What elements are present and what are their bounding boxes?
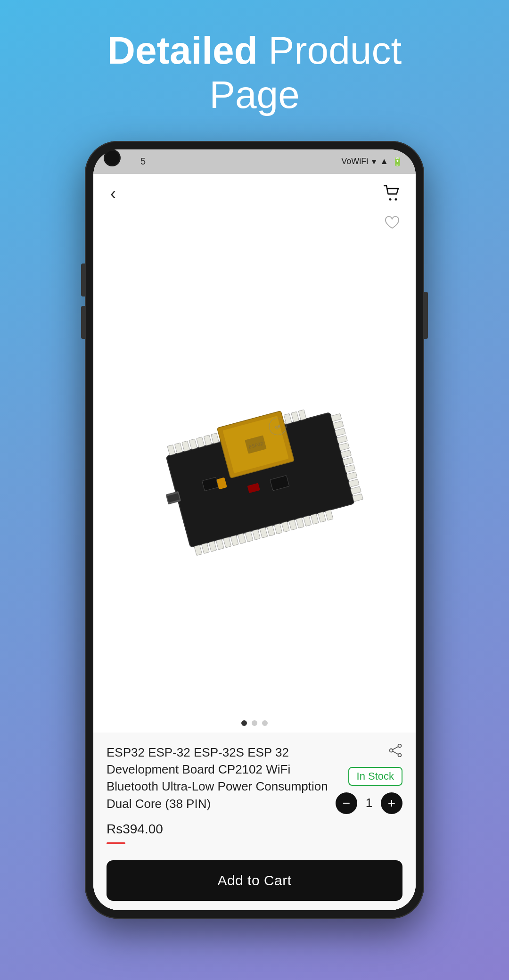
image-indicators [93,714,416,733]
svg-rect-50 [343,457,353,465]
product-price: Rs394.00 [107,822,402,837]
quantity-control: − 1 + [336,792,402,814]
svg-rect-53 [349,479,359,487]
svg-line-59 [393,746,398,749]
svg-rect-52 [346,472,357,480]
app-content: ‹ [93,174,416,910]
svg-rect-38 [197,437,205,447]
quantity-increase-button[interactable]: + [381,792,402,814]
product-image-area: ESP32 CE [93,240,416,714]
volume-up-button [81,264,85,296]
svg-rect-31 [311,514,319,524]
svg-rect-29 [296,518,304,528]
svg-point-56 [398,744,402,747]
svg-rect-48 [339,443,349,451]
svg-rect-17 [209,541,217,552]
svg-rect-33 [325,510,333,520]
svg-rect-43 [298,410,306,420]
volume-down-button [81,306,85,339]
svg-point-57 [398,753,402,757]
product-title: ESP32 ESP-32 ESP-32S ESP 32 Development … [107,744,328,813]
svg-rect-26 [274,524,282,534]
stock-status-badge[interactable]: In Stock [348,767,402,786]
status-bar: 5 VoWiFi ▾ ▲ 🔋 [93,149,416,174]
svg-rect-20 [230,535,238,545]
svg-rect-49 [341,450,351,458]
indicator-dot-2[interactable] [252,720,257,726]
page-title-bold: Detailed [107,29,258,72]
svg-rect-39 [204,435,212,445]
product-image: ESP32 CE [132,378,377,576]
wifi-icon: ▾ [372,156,376,167]
svg-rect-15 [194,545,202,555]
svg-rect-21 [238,533,246,544]
battery-icon: 🔋 [392,156,402,167]
cart-button[interactable] [382,183,402,207]
svg-rect-27 [281,521,289,532]
svg-rect-54 [351,486,361,494]
top-navigation: ‹ [93,174,416,240]
svg-rect-16 [201,543,209,553]
vowifi-icon: VoWiFi [341,156,368,166]
phone-frame: 5 VoWiFi ▾ ▲ 🔋 ‹ [85,141,424,919]
svg-rect-35 [175,443,183,453]
svg-rect-30 [304,516,312,526]
svg-rect-28 [289,519,297,530]
accent-line [107,842,125,844]
svg-rect-34 [167,445,175,455]
nav-right-actions [382,183,402,235]
svg-rect-19 [223,537,231,548]
power-button [424,292,428,339]
svg-rect-51 [345,465,355,473]
svg-rect-46 [335,428,345,436]
svg-rect-45 [333,421,343,429]
svg-line-60 [393,751,398,754]
svg-rect-32 [318,512,326,522]
product-title-row: ESP32 ESP-32 ESP-32S ESP 32 Development … [107,744,402,814]
svg-rect-18 [216,539,224,550]
phone-screen: 5 VoWiFi ▾ ▲ 🔋 ‹ [93,149,416,910]
svg-rect-40 [211,433,219,444]
svg-rect-37 [189,439,197,449]
svg-rect-36 [182,441,190,451]
product-details: ESP32 ESP-32 ESP-32S ESP 32 Development … [93,733,416,854]
add-to-cart-section: Add to Cart [93,854,416,910]
quantity-value: 1 [357,796,381,810]
signal-icon: ▲ [380,156,388,166]
page-header: Detailed ProductPage [107,28,402,117]
indicator-dot-3[interactable] [262,720,268,726]
svg-point-58 [390,749,393,752]
indicator-dot-1[interactable] [241,720,247,726]
svg-rect-47 [337,436,347,444]
svg-rect-24 [260,527,268,538]
svg-rect-55 [353,494,363,502]
status-icons: VoWiFi ▾ ▲ 🔋 [341,156,402,167]
front-camera [104,149,121,166]
svg-point-1 [395,198,397,200]
svg-rect-25 [267,526,275,536]
quantity-decrease-button[interactable]: − [336,792,357,814]
wishlist-button[interactable] [382,214,402,235]
svg-point-0 [389,198,392,200]
add-to-cart-button[interactable]: Add to Cart [107,860,402,901]
svg-rect-22 [245,531,253,542]
svg-rect-23 [253,529,261,540]
product-actions-right: In Stock − 1 + [336,744,402,814]
back-button[interactable]: ‹ [107,183,120,204]
share-button[interactable] [388,744,402,760]
svg-rect-42 [291,412,299,422]
carrier-text: 5 [140,156,146,167]
svg-rect-44 [331,414,341,422]
